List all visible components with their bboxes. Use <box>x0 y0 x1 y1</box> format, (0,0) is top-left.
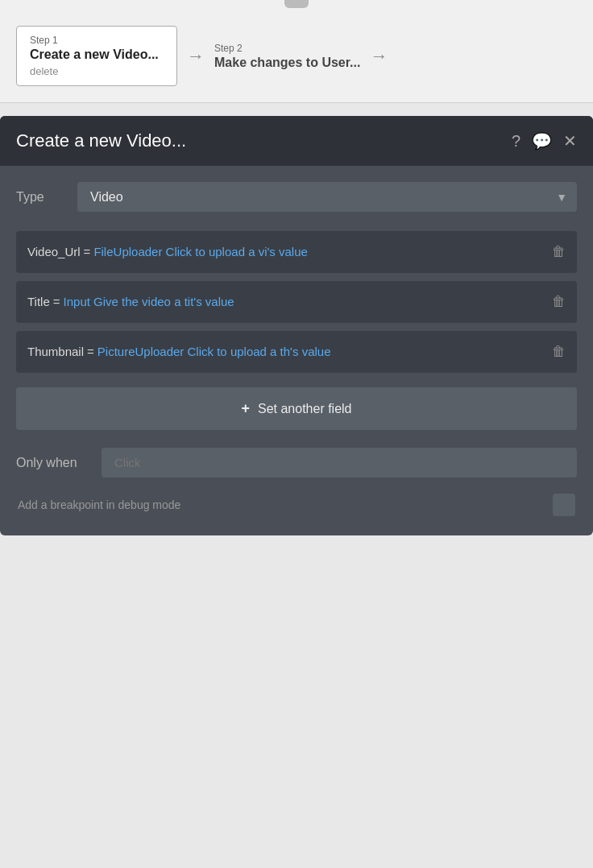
set-field-label: Set another field <box>258 402 352 416</box>
trash-icon-title[interactable]: 🗑 <box>552 294 566 310</box>
field-eq-thumbnail: = <box>87 342 94 362</box>
step1-delete[interactable]: delete <box>30 65 164 77</box>
modal-body: Type Video Audio Image ▼ Video_Url = Fil… <box>0 166 593 535</box>
modal-header: Create a new Video... ? 💬 ✕ <box>0 116 593 166</box>
set-field-button[interactable]: + Set another field <box>16 387 577 430</box>
step1-title: Create a new Video... <box>30 48 164 62</box>
only-when-input[interactable] <box>102 448 577 477</box>
field-eq-video-url: = <box>84 242 91 262</box>
only-when-row: Only when <box>16 448 577 477</box>
step2-box: Step 2 Make changes to User... <box>214 35 360 78</box>
step1-number: Step 1 <box>30 35 164 46</box>
close-icon[interactable]: ✕ <box>563 131 577 151</box>
plus-icon: + <box>241 400 250 417</box>
type-select[interactable]: Video Audio Image <box>77 182 577 212</box>
type-select-wrapper: Video Audio Image ▼ <box>77 182 577 212</box>
only-when-label: Only when <box>16 456 89 470</box>
field-eq-title: = <box>53 292 60 312</box>
field-row-video-url: Video_Url = FileUploader Click to upload… <box>16 231 577 273</box>
type-label: Type <box>16 190 64 205</box>
field-row-title: Title = Input Give the video a tit's val… <box>16 281 577 323</box>
breakpoint-toggle[interactable] <box>553 494 575 516</box>
breakpoint-row: Add a breakpoint in debug mode <box>16 494 577 516</box>
modal-card: Create a new Video... ? 💬 ✕ Type Video A… <box>0 116 593 535</box>
stepper-area: Step 1 Create a new Video... delete → St… <box>0 0 593 103</box>
field-content-title: Title = Input Give the video a tit's val… <box>27 292 544 312</box>
step2-number: Step 2 <box>214 43 360 54</box>
help-icon[interactable]: ? <box>512 132 520 151</box>
modal-title: Create a new Video... <box>16 130 186 151</box>
type-row: Type Video Audio Image ▼ <box>16 182 577 212</box>
field-name-video-url: Video_Url <box>27 242 81 262</box>
comment-icon[interactable]: 💬 <box>532 131 552 151</box>
field-name-title: Title <box>27 292 50 312</box>
trash-icon-video-url[interactable]: 🗑 <box>552 244 566 260</box>
step-arrow-1: → <box>187 46 205 67</box>
drag-handle <box>284 0 309 8</box>
step1-box: Step 1 Create a new Video... delete <box>16 26 177 86</box>
step2-title: Make changes to User... <box>214 56 360 70</box>
field-content-video-url: Video_Url = FileUploader Click to upload… <box>27 242 544 262</box>
field-value-thumbnail[interactable]: PictureUploader Click to upload a th's v… <box>97 342 331 362</box>
field-value-video-url[interactable]: FileUploader Click to upload a vi's valu… <box>93 242 308 262</box>
field-value-title[interactable]: Input Give the video a tit's value <box>64 292 234 312</box>
field-row-thumbnail: Thumbnail = PictureUploader Click to upl… <box>16 331 577 373</box>
field-content-thumbnail: Thumbnail = PictureUploader Click to upl… <box>27 342 544 362</box>
step-arrow-2: → <box>370 46 388 67</box>
modal-header-icons: ? 💬 ✕ <box>512 131 577 151</box>
trash-icon-thumbnail[interactable]: 🗑 <box>552 344 566 360</box>
steps-row: Step 1 Create a new Video... delete → St… <box>16 26 577 86</box>
breakpoint-label: Add a breakpoint in debug mode <box>18 498 180 511</box>
field-name-thumbnail: Thumbnail <box>27 342 84 362</box>
